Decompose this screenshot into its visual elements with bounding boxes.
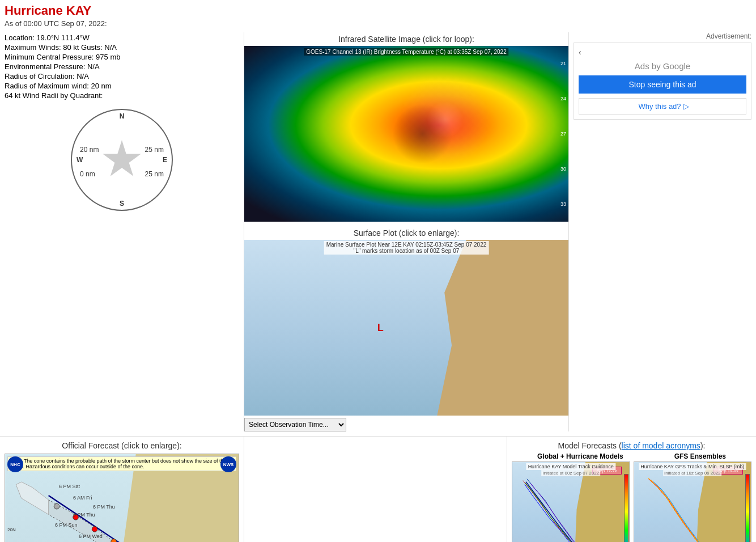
compass-e-label: E: [163, 156, 167, 164]
svg-point-9: [54, 503, 60, 509]
ad-back-button[interactable]: ‹: [579, 48, 581, 57]
model-forecasts-section: Model Forecasts (list of model acronyms)…: [507, 437, 756, 542]
wind-compass: N S E W 20 nm 25 nm 0 nm 25 nm: [71, 109, 173, 211]
compass-ne-nm: 25 nm: [145, 146, 164, 154]
satellite-image[interactable]: GOES-17 Channel 13 (IR) Brightness Tempe…: [244, 46, 568, 222]
env-pressure: Environmental Pressure: N/A: [5, 62, 239, 71]
global-models-title: Global + Hurricane Models: [537, 452, 623, 460]
radius-circ: Radius of Circulation: N/A: [5, 72, 239, 81]
compass-se-nm: 25 nm: [145, 170, 164, 178]
model-forecasts-title: Model Forecasts (list of model acronyms)…: [512, 441, 751, 450]
compass-rose: [102, 140, 142, 180]
model-acronyms-link[interactable]: list of model acronyms: [622, 441, 700, 450]
ad-title: Advertisement:: [574, 32, 751, 40]
ad-section: ‹ Ads by Google Stop seeing this ad Why …: [574, 43, 751, 120]
wind-radii: 64 kt Wind Radii by Quadrant:: [5, 91, 239, 100]
page-title: Hurricane KAY: [0, 0, 756, 19]
why-this-ad[interactable]: Why this ad? ▷: [579, 98, 746, 115]
forecast-map[interactable]: 6 PM Sat 6 AM Fri 6 PM Thu 9 PM Thu 6 PM…: [5, 454, 239, 542]
svg-point-6: [111, 539, 117, 542]
compass-s-label: S: [120, 200, 124, 208]
svg-point-7: [92, 527, 97, 532]
official-forecast-section: Official Forecast (click to enlarge):: [0, 437, 244, 542]
timestamp: As of 00:00 UTC Sep 07, 2022:: [0, 19, 756, 32]
forecast-title[interactable]: Official Forecast (click to enlarge):: [5, 441, 239, 450]
stop-seeing-ad-button[interactable]: Stop seeing this ad: [579, 75, 746, 94]
gfs-tracks: [634, 462, 751, 542]
surface-label: Marine Surface Plot Near 12E KAY 02:15Z-…: [324, 241, 489, 255]
model-track-grid: Sep 1x-xx Hurricane KAY Model Track Guid…: [512, 461, 751, 542]
compass-sw-nm: 0 nm: [80, 170, 95, 178]
ads-by-google: Ads by Google: [579, 57, 746, 75]
forecast-note: Note: The cone contains the probable pat…: [7, 456, 236, 471]
gfs-ensemble-image[interactable]: Sep 1x-xx Hurricane KAY GFS Tracks & Min…: [634, 461, 752, 542]
storm-info: Location: 19.0°N 111.4°W Maximum Winds: …: [5, 33, 239, 100]
satellite-title[interactable]: Infrared Satellite Image (click for loop…: [244, 32, 568, 46]
min-pressure: Minimum Central Pressure: 975 mb: [5, 53, 239, 61]
observation-time-select[interactable]: Select Observation Time...: [244, 418, 346, 431]
satellite-lat-labels: 21 24 27 30 33: [560, 46, 566, 222]
compass-n-label: N: [120, 112, 125, 120]
compass-nw-nm: 20 nm: [80, 146, 99, 154]
gfs-ensembles-title: GFS Ensembles: [674, 452, 726, 460]
location: Location: 19.0°N 111.4°W: [5, 33, 239, 42]
surface-plot-image[interactable]: Marine Surface Plot Near 12E KAY 02:15Z-…: [244, 240, 568, 416]
svg-marker-0: [49, 500, 182, 542]
svg-marker-1: [16, 482, 48, 514]
storm-marker: L: [377, 322, 384, 334]
global-model-tracks: [512, 462, 630, 542]
radius-max-wind: Radius of Maximum wind: 20 nm: [5, 82, 239, 90]
max-winds: Maximum Winds: 80 kt Gusts: N/A: [5, 43, 239, 52]
surface-plot-title[interactable]: Surface Plot (click to enlarge):: [244, 226, 568, 240]
compass-w-label: W: [77, 156, 83, 164]
global-model-image[interactable]: Sep 1x-xx Hurricane KAY Model Track Guid…: [512, 461, 630, 542]
satellite-label: GOES-17 Channel 13 (IR) Brightness Tempe…: [304, 48, 508, 56]
